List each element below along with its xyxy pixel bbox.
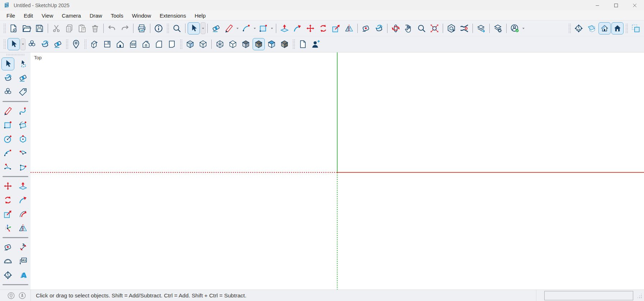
menu-camera[interactable]: Camera — [57, 11, 85, 20]
zoom-button[interactable] — [415, 22, 428, 34]
menu-view[interactable]: View — [37, 11, 57, 20]
arc-center-button[interactable] — [17, 147, 29, 159]
eraser-tool-button[interactable] — [17, 71, 29, 84]
print-button[interactable] — [136, 22, 148, 34]
rectangle-tool-button[interactable] — [257, 22, 269, 34]
scale-button[interactable] — [1, 208, 14, 221]
flip-button[interactable] — [343, 22, 355, 34]
paint-bucket-button[interactable] — [1, 71, 14, 84]
toolbar-grip[interactable] — [84, 39, 86, 49]
copy-button[interactable] — [63, 22, 75, 34]
paint-bucket-button[interactable] — [373, 22, 385, 34]
toolbar-grip[interactable] — [3, 23, 6, 33]
pie-tool-button[interactable] — [17, 161, 29, 173]
arc-tool-button[interactable] — [240, 22, 252, 34]
redo-button[interactable] — [119, 22, 131, 34]
menu-extensions[interactable]: Extensions — [155, 11, 190, 20]
extension-warehouse-button[interactable] — [458, 22, 470, 34]
offset-button[interactable] — [17, 208, 29, 221]
toolbar-grip[interactable] — [568, 23, 571, 33]
toolbar-grip[interactable] — [180, 39, 182, 49]
credit-button[interactable] — [18, 292, 26, 300]
select-tool-button[interactable] — [1, 57, 14, 70]
components-button[interactable] — [26, 38, 38, 50]
line-tool-button[interactable] — [223, 22, 235, 34]
dropdown-caret[interactable] — [235, 23, 240, 34]
flip-button[interactable] — [17, 222, 29, 235]
rotated-rectangle-button[interactable] — [17, 119, 29, 131]
share-model-button[interactable] — [475, 22, 487, 34]
toolbar-grip[interactable] — [66, 39, 68, 49]
text-button[interactable]: A1 — [17, 255, 29, 268]
move-button[interactable] — [304, 22, 316, 34]
select-tool-button[interactable] — [188, 22, 200, 34]
section-plane-button[interactable]: CA-B — [1, 269, 14, 282]
dimension-button[interactable]: 3 — [17, 241, 29, 254]
style-shaded-button[interactable] — [240, 38, 252, 50]
rotate-button[interactable] — [317, 22, 329, 34]
save-button[interactable] — [33, 22, 46, 34]
style-wireframe-button[interactable] — [214, 38, 226, 50]
search-button[interactable] — [171, 22, 183, 34]
style-back-edges-button[interactable] — [197, 38, 209, 50]
menu-draw[interactable]: Draw — [85, 11, 107, 20]
dropdown-caret[interactable] — [201, 22, 206, 34]
section-plane-button[interactable]: CA-B — [573, 22, 585, 34]
arc-2point-button[interactable] — [1, 147, 14, 159]
geolocation-button[interactable] — [7, 292, 15, 300]
view-left-button[interactable] — [153, 38, 165, 50]
display-section-fill-button[interactable] — [611, 22, 624, 34]
protractor-button[interactable] — [1, 255, 14, 268]
style-photo-button[interactable] — [265, 38, 278, 50]
menu-tools[interactable]: Tools — [107, 11, 128, 20]
circle-tool-button[interactable] — [1, 133, 14, 145]
polygon-tool-button[interactable] — [17, 133, 29, 145]
display-section-cuts-button[interactable] — [598, 22, 611, 34]
delete-button[interactable] — [89, 22, 101, 34]
toolbar-grip[interactable] — [292, 39, 295, 49]
close-button[interactable] — [625, 0, 644, 11]
3d-warehouse-button[interactable] — [445, 22, 457, 34]
dropdown-caret[interactable] — [270, 23, 274, 34]
follow-me-button[interactable] — [17, 194, 29, 207]
rotate-button[interactable] — [1, 194, 14, 207]
menu-edit[interactable]: Edit — [19, 11, 37, 20]
view-back-button[interactable] — [140, 38, 152, 50]
paste-button[interactable] — [76, 22, 88, 34]
eraser-tool-button[interactable] — [210, 22, 222, 34]
zoom-extents-button[interactable] — [428, 22, 441, 34]
orbit-button[interactable] — [390, 22, 402, 34]
style-shaded-textures-button[interactable] — [253, 38, 265, 50]
model-info-button[interactable] — [152, 22, 165, 34]
resize-grip-icon[interactable] — [635, 291, 644, 300]
open-button[interactable] — [20, 22, 33, 34]
minimize-button[interactable] — [588, 0, 607, 11]
paint-bucket-button[interactable] — [39, 38, 51, 50]
rectangle-tool-button[interactable] — [1, 119, 14, 131]
add-location-button[interactable] — [70, 38, 82, 50]
undo-button[interactable] — [106, 22, 118, 34]
add-person-button[interactable] — [310, 38, 322, 50]
cut-button[interactable] — [50, 22, 62, 34]
menu-help[interactable]: Help — [190, 11, 210, 20]
toolbar-grip[interactable] — [3, 39, 6, 49]
components-button[interactable] — [1, 85, 14, 98]
display-section-planes-button[interactable] — [586, 22, 598, 34]
move-button[interactable] — [1, 180, 14, 193]
palette-grip[interactable] — [6, 54, 24, 56]
dropdown-caret[interactable] — [20, 38, 25, 50]
menu-window[interactable]: Window — [128, 11, 155, 20]
line-tool-button[interactable] — [1, 105, 14, 117]
push-pull-button[interactable] — [17, 180, 29, 193]
tape-measure-button[interactable] — [1, 241, 14, 254]
tape-measure-button[interactable] — [360, 22, 372, 34]
view-iso-button[interactable] — [88, 38, 100, 50]
style-hidden-line-button[interactable] — [227, 38, 239, 50]
view-top-button[interactable] — [101, 38, 113, 50]
blank-page-button[interactable] — [297, 38, 309, 50]
account-button[interactable] — [509, 22, 521, 34]
pan-button[interactable] — [403, 22, 415, 34]
push-pull-button[interactable] — [278, 22, 291, 34]
maximize-button[interactable] — [607, 0, 625, 11]
follow-me-button[interactable] — [291, 22, 304, 34]
